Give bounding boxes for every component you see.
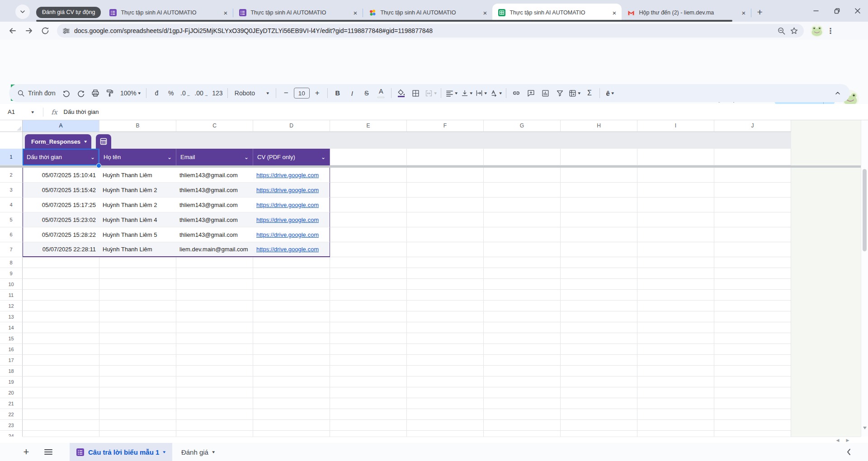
percent-format-button[interactable]: % [164, 86, 178, 100]
cell-B19[interactable] [99, 376, 176, 387]
merge-cells-button[interactable]: ▾ [424, 86, 438, 100]
cell-G14[interactable] [484, 322, 561, 333]
cell-F15[interactable] [407, 333, 484, 344]
cell-G24[interactable] [484, 431, 561, 437]
forward-button[interactable] [21, 23, 37, 39]
cell-I16[interactable] [637, 344, 714, 355]
cell-G13[interactable] [484, 311, 561, 322]
browser-tab[interactable]: Thực tập sinh AI AUTOMATIO× [363, 4, 492, 22]
cell-D16[interactable] [253, 344, 330, 355]
cell-I9[interactable] [637, 268, 714, 279]
cell-G3[interactable] [484, 183, 561, 198]
cell-G1[interactable] [484, 149, 561, 165]
cell-C11[interactable] [176, 290, 253, 301]
reload-button[interactable] [37, 23, 53, 39]
back-button[interactable] [5, 23, 21, 39]
cell-B10[interactable] [99, 279, 176, 290]
cell-C2[interactable]: thliem143@gmail.com [176, 168, 253, 183]
cell-E6[interactable] [330, 227, 407, 242]
cell-G8[interactable] [484, 257, 561, 268]
cell-H1[interactable] [561, 149, 637, 165]
cell-H23[interactable] [561, 420, 637, 431]
cell-D3[interactable]: https://drive.google.com [253, 183, 330, 198]
cell-G2[interactable] [484, 168, 561, 183]
row-header-1[interactable]: 1 [0, 149, 23, 165]
vertical-scrollbar[interactable] [861, 120, 868, 437]
cell-F6[interactable] [407, 227, 484, 242]
cell-G20[interactable] [484, 387, 561, 398]
table-name-chip[interactable]: Form_Responses ▾ [25, 134, 91, 149]
frozen-row-divider[interactable] [0, 165, 861, 168]
cell-E5[interactable] [330, 212, 407, 227]
cell-I13[interactable] [637, 311, 714, 322]
browser-tab-active[interactable]: Thực tập sinh AI AUTOMATIO× [492, 4, 622, 22]
cell-D5[interactable]: https://drive.google.com [253, 212, 330, 227]
cell-F17[interactable] [407, 355, 484, 366]
decrease-font-size-button[interactable]: − [279, 86, 293, 100]
horizontal-scrollbar[interactable]: ◀ ▶ [23, 437, 861, 443]
minimize-button[interactable] [806, 0, 826, 22]
cell-H14[interactable] [561, 322, 637, 333]
cell-I14[interactable] [637, 322, 714, 333]
cell-D11[interactable] [253, 290, 330, 301]
row-header-22[interactable]: 22 [0, 409, 23, 420]
column-header-D[interactable]: D [253, 120, 330, 132]
cell-J8[interactable] [714, 257, 791, 268]
cell-I7[interactable] [637, 242, 714, 257]
cell-E4[interactable] [330, 198, 407, 212]
cell-B21[interactable] [99, 398, 176, 409]
print-button[interactable] [89, 86, 102, 100]
address-bar[interactable]: docs.google.com/spreadsheets/d/1gpJ-FjJO… [57, 24, 804, 38]
cell-D15[interactable] [253, 333, 330, 344]
cell-D10[interactable] [253, 279, 330, 290]
cell-J5[interactable] [714, 212, 791, 227]
scroll-left-arrow[interactable]: ◀ [833, 437, 843, 443]
row-header-5[interactable]: 5 [0, 212, 23, 227]
cell-C17[interactable] [176, 355, 253, 366]
browser-menu-button[interactable]: ⋮ [824, 23, 837, 39]
row-header-16[interactable]: 16 [0, 344, 23, 355]
row-header-10[interactable]: 10 [0, 279, 23, 290]
row-header-13[interactable]: 13 [0, 311, 23, 322]
cell-A19[interactable] [23, 376, 99, 387]
cell-D4[interactable]: https://drive.google.com [253, 198, 330, 212]
row-header-4[interactable]: 4 [0, 198, 23, 212]
cell-C6[interactable]: thliem143@gmail.com [176, 227, 253, 242]
cell-E9[interactable] [330, 268, 407, 279]
cell-H7[interactable] [561, 242, 637, 257]
cell-E8[interactable] [330, 257, 407, 268]
text-color-button[interactable]: A [374, 86, 388, 100]
close-tab-icon[interactable]: × [740, 9, 747, 17]
insert-link-button[interactable] [509, 86, 523, 100]
cell-G11[interactable] [484, 290, 561, 301]
redo-button[interactable] [74, 86, 88, 100]
cell-F14[interactable] [407, 322, 484, 333]
paint-format-button[interactable] [103, 86, 117, 100]
cell-J19[interactable] [714, 376, 791, 387]
cell-D8[interactable] [253, 257, 330, 268]
cell-E2[interactable] [330, 168, 407, 183]
scroll-right-arrow[interactable]: ▶ [843, 437, 853, 443]
cell-A6[interactable]: 05/07/2025 15:28:22 [23, 227, 99, 242]
borders-button[interactable] [409, 86, 423, 100]
cell-F9[interactable] [407, 268, 484, 279]
collapse-toolbar-button[interactable] [831, 86, 844, 100]
cell-G17[interactable] [484, 355, 561, 366]
cell-E1[interactable] [330, 149, 407, 165]
cell-E20[interactable] [330, 387, 407, 398]
cell-I11[interactable] [637, 290, 714, 301]
cell-E21[interactable] [330, 398, 407, 409]
cell-C19[interactable] [176, 376, 253, 387]
cell-D21[interactable] [253, 398, 330, 409]
name-box-dropdown-icon[interactable]: ▾ [31, 110, 34, 114]
cell-A2[interactable]: 05/07/2025 15:10:41 [23, 168, 99, 183]
cell-B22[interactable] [99, 409, 176, 420]
cell-J11[interactable] [714, 290, 791, 301]
sheet-tab-menu-icon[interactable]: ▾ [212, 450, 215, 454]
cell-F1[interactable] [407, 149, 484, 165]
zoom-out-icon[interactable] [777, 27, 786, 35]
cell-H8[interactable] [561, 257, 637, 268]
cell-I12[interactable] [637, 301, 714, 311]
cell-E7[interactable] [330, 242, 407, 257]
cell-H24[interactable] [561, 431, 637, 437]
